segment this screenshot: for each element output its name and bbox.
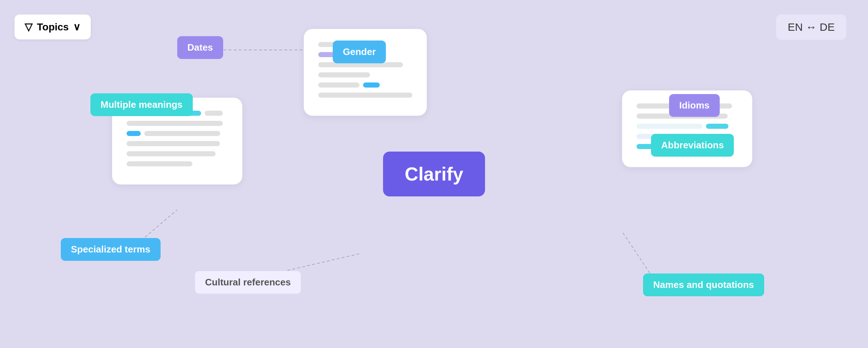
tag-multiple-meanings[interactable]: Multiple meanings [90,93,193,116]
tag-gender[interactable]: Gender [333,41,386,63]
chevron-down-icon: ∨ [73,21,81,33]
clarify-node: Clarify [417,163,451,185]
clarify-label: Clarify [405,164,463,184]
topics-button[interactable]: ▽ Topics ∨ [14,14,91,39]
tag-specialized-terms[interactable]: Specialized terms [61,238,161,261]
topics-label: Topics [37,21,69,33]
tag-names-quotations[interactable]: Names and quotations [643,273,764,296]
tag-dates[interactable]: Dates [177,36,223,59]
tag-idioms[interactable]: Idioms [669,94,720,117]
language-badge: EN ↔ DE [776,14,846,40]
tag-cultural-references[interactable]: Cultural references [195,271,301,294]
tag-abbreviations[interactable]: Abbreviations [651,134,734,157]
filter-icon: ▽ [25,21,33,33]
